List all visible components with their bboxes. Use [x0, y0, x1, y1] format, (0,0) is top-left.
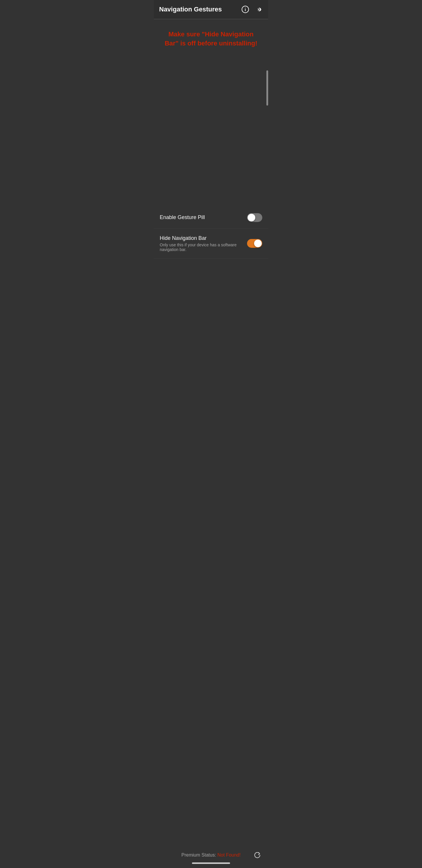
premium-status-label: Premium Status: Not Found!	[182, 852, 240, 858]
refresh-button[interactable]	[252, 850, 262, 860]
page-title: Navigation Gestures	[159, 6, 222, 13]
middle-spacer	[154, 60, 268, 207]
info-icon[interactable]	[241, 5, 249, 13]
gesture-pill-content: Enable Gesture Pill	[160, 214, 247, 220]
gesture-pill-toggle-thumb	[248, 214, 255, 221]
scroll-indicator	[266, 70, 268, 105]
settings-item-gesture-pill: Enable Gesture Pill	[154, 207, 268, 229]
hide-nav-bar-toggle[interactable]	[247, 239, 262, 248]
gesture-pill-title: Enable Gesture Pill	[160, 214, 247, 220]
hide-nav-bar-content: Hide Navigation Bar Only use this if you…	[160, 235, 247, 252]
warning-banner: Make sure "Hide Navigation Bar" is off b…	[154, 19, 268, 60]
toolbar-actions	[241, 5, 263, 13]
hide-nav-bar-title: Hide Navigation Bar	[160, 235, 247, 241]
bottom-spacer	[154, 406, 268, 846]
home-indicator	[154, 862, 268, 868]
settings-list: Enable Gesture Pill Hide Navigation Bar …	[154, 207, 268, 406]
hide-nav-bar-subtitle: Only use this if your device has a softw…	[160, 243, 247, 252]
warning-text: Make sure "Hide Navigation Bar" is off b…	[165, 31, 257, 47]
bottom-bar: Premium Status: Not Found!	[154, 846, 268, 862]
settings-icon[interactable]	[255, 5, 263, 13]
settings-item-hide-nav-bar: Hide Navigation Bar Only use this if you…	[154, 229, 268, 259]
gesture-pill-toggle[interactable]	[247, 213, 262, 222]
home-pill	[192, 862, 230, 864]
svg-rect-1	[245, 9, 246, 11]
svg-rect-2	[245, 8, 246, 8]
toolbar: Navigation Gestures	[154, 0, 268, 19]
premium-status-value: Not Found!	[218, 852, 240, 858]
